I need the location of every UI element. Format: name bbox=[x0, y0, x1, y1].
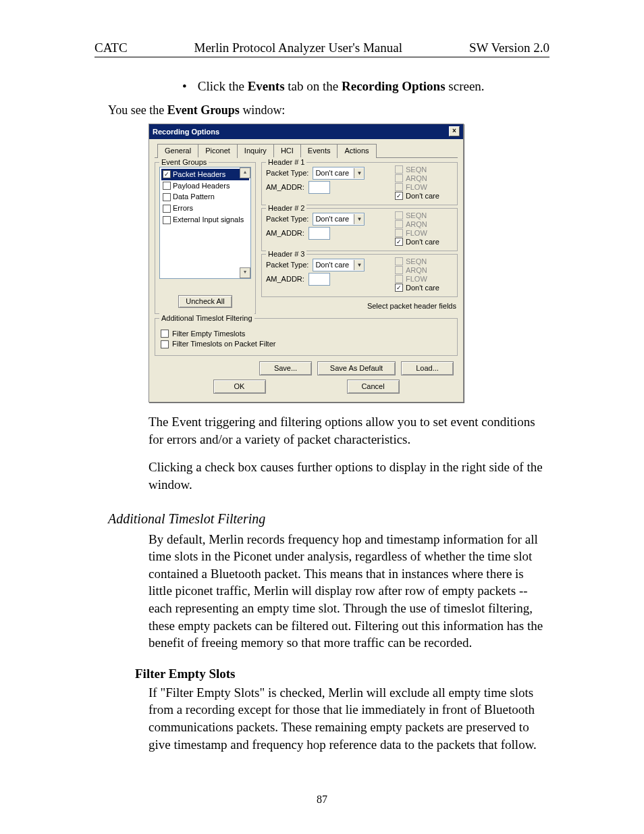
list-item-label: Payload Headers bbox=[173, 181, 230, 191]
intro-line: You see the Event Groups window: bbox=[108, 102, 549, 118]
page-header: CATC Merlin Protocol Analyzer User's Man… bbox=[95, 41, 549, 57]
packet-type-select[interactable]: Don't care ▼ bbox=[313, 259, 365, 271]
scroll-up-icon[interactable]: ▴ bbox=[240, 167, 250, 178]
tab-events[interactable]: Events bbox=[300, 144, 338, 158]
save-button[interactable]: Save... bbox=[259, 361, 312, 375]
checkbox-icon bbox=[395, 266, 403, 274]
list-item[interactable]: Data Pattern bbox=[161, 191, 249, 203]
packet-type-value: Don't care bbox=[315, 260, 349, 270]
dontcare-label: Don't care bbox=[406, 284, 439, 292]
list-item-label: Data Pattern bbox=[173, 192, 215, 202]
list-item[interactable]: Payload Headers bbox=[161, 180, 249, 192]
checkbox-icon bbox=[395, 211, 403, 219]
tab-inquiry[interactable]: Inquiry bbox=[237, 144, 274, 158]
flow-label: FLOW bbox=[406, 229, 427, 238]
packet-type-label: Packet Type: bbox=[266, 260, 308, 270]
packet-type-value: Don't care bbox=[315, 168, 349, 178]
chevron-down-icon[interactable]: ▼ bbox=[354, 214, 364, 224]
packet-type-select[interactable]: Don't care ▼ bbox=[313, 213, 365, 226]
arqn-label: ARQN bbox=[406, 174, 427, 183]
checkbox-icon bbox=[395, 257, 403, 265]
header-right: SW Version 2.0 bbox=[469, 41, 549, 55]
list-item[interactable]: Errors bbox=[161, 203, 249, 214]
checkbox-icon[interactable] bbox=[163, 170, 171, 178]
am-addr-input[interactable] bbox=[308, 227, 330, 240]
dialog-title-text: Recording Options bbox=[153, 127, 219, 137]
checkbox-icon bbox=[395, 183, 403, 191]
dialog-titlebar[interactable]: Recording Options × bbox=[149, 124, 463, 139]
am-addr-input[interactable] bbox=[308, 273, 330, 286]
paragraph: By default, Merlin records frequency hop… bbox=[149, 531, 549, 652]
list-item-label: External Input signals bbox=[173, 215, 244, 225]
section-heading-atf: Additional Timeslot Filtering bbox=[108, 510, 549, 528]
chevron-down-icon[interactable]: ▼ bbox=[354, 168, 364, 178]
tab-piconet[interactable]: Piconet bbox=[198, 144, 238, 158]
list-item[interactable]: External Input signals bbox=[161, 214, 249, 226]
arqn-label: ARQN bbox=[406, 220, 427, 229]
additional-timeslot-filtering-box: Additional Timeslot Filtering Filter Emp… bbox=[155, 318, 458, 357]
filter-empty-timeslots-label: Filter Empty Timeslots bbox=[172, 329, 245, 339]
flags-group: SEQN ARQN FLOW Don't care bbox=[395, 165, 453, 201]
tab-actions[interactable]: Actions bbox=[337, 144, 376, 158]
packet-type-label: Packet Type: bbox=[266, 168, 308, 178]
checkbox-icon[interactable] bbox=[163, 216, 171, 224]
checkbox-icon[interactable] bbox=[395, 284, 403, 292]
am-addr-label: AM_ADDR: bbox=[266, 182, 304, 192]
checkbox-icon[interactable] bbox=[161, 330, 169, 338]
checkbox-icon bbox=[395, 165, 403, 174]
checkbox-icon[interactable] bbox=[163, 182, 171, 190]
intro-post: window: bbox=[240, 103, 286, 117]
header1-legend: Header # 1 bbox=[266, 157, 306, 167]
flow-label: FLOW bbox=[406, 183, 427, 192]
bullet-text-pre: Click the bbox=[198, 79, 248, 93]
checkbox-icon[interactable] bbox=[163, 205, 171, 213]
bullet-text-mid: tab on the bbox=[285, 79, 342, 93]
intro-bold: Event Groups bbox=[167, 103, 240, 117]
header2-group: Header # 2 Packet Type: Don't care ▼ bbox=[261, 208, 458, 251]
list-item[interactable]: Packet Headers bbox=[161, 169, 249, 180]
header-left: CATC bbox=[95, 41, 128, 55]
select-packet-header-fields[interactable]: Select packet header fields bbox=[261, 300, 458, 311]
event-groups-list[interactable]: ▴ Packet Headers Payload Headers bbox=[159, 167, 251, 279]
packet-type-select[interactable]: Don't care ▼ bbox=[313, 167, 365, 180]
packet-type-value: Don't care bbox=[315, 214, 349, 224]
tab-hci[interactable]: HCI bbox=[273, 144, 301, 158]
scroll-down-icon[interactable]: ▾ bbox=[240, 267, 250, 278]
bullet-text-post: screen. bbox=[446, 79, 485, 93]
event-groups-legend: Event Groups bbox=[159, 157, 209, 167]
am-addr-label: AM_ADDR: bbox=[266, 274, 304, 284]
tab-general[interactable]: General bbox=[157, 144, 198, 158]
load-button[interactable]: Load... bbox=[401, 361, 454, 375]
event-groups-box: Event Groups ▴ Packet Headers Payload He… bbox=[155, 162, 256, 314]
checkbox-icon[interactable] bbox=[395, 238, 403, 246]
am-addr-input[interactable] bbox=[308, 181, 330, 194]
checkbox-icon bbox=[395, 220, 403, 228]
dontcare-label: Don't care bbox=[406, 238, 439, 246]
page-number: 87 bbox=[54, 793, 590, 806]
am-addr-label: AM_ADDR: bbox=[266, 228, 304, 238]
cancel-button[interactable]: Cancel bbox=[347, 380, 400, 394]
list-item-label: Packet Headers bbox=[173, 170, 225, 180]
flags-group: SEQN ARQN FLOW Don't care bbox=[395, 257, 453, 292]
bullet-recopts-word: Recording Options bbox=[342, 79, 446, 93]
intro-pre: You see the bbox=[108, 103, 167, 117]
chevron-down-icon[interactable]: ▼ bbox=[354, 260, 364, 270]
paragraph: The Event triggering and filtering optio… bbox=[149, 413, 549, 448]
dontcare-label: Don't care bbox=[406, 192, 439, 201]
checkbox-icon[interactable] bbox=[161, 340, 169, 348]
uncheck-all-button[interactable]: Uncheck All bbox=[178, 295, 232, 308]
save-as-default-button[interactable]: Save As Default bbox=[317, 361, 396, 375]
recording-options-dialog: Recording Options × General Piconet Inqu… bbox=[149, 124, 464, 402]
header3-group: Header # 3 Packet Type: Don't care ▼ bbox=[261, 254, 458, 297]
list-item-label: Errors bbox=[173, 203, 193, 213]
ok-button[interactable]: OK bbox=[213, 380, 266, 394]
close-icon[interactable]: × bbox=[449, 126, 460, 136]
flow-label: FLOW bbox=[406, 275, 427, 284]
bullet-events-word: Events bbox=[248, 79, 285, 93]
header2-legend: Header # 2 bbox=[266, 203, 306, 213]
paragraph: Clicking a check box causes further opti… bbox=[149, 459, 549, 493]
checkbox-icon[interactable] bbox=[395, 192, 403, 200]
checkbox-icon[interactable] bbox=[163, 193, 171, 201]
tab-bar: General Piconet Inquiry HCI Events Actio… bbox=[155, 143, 458, 158]
bullet-line: • Click the Events tab on the Recording … bbox=[182, 78, 549, 95]
